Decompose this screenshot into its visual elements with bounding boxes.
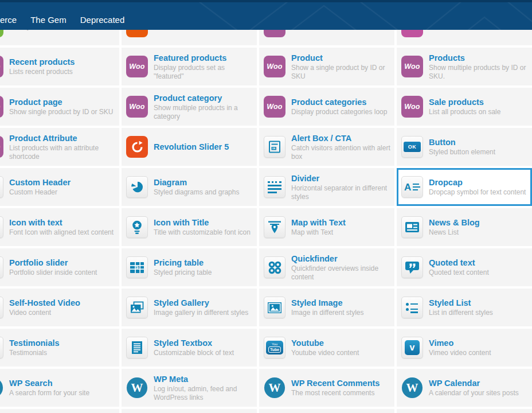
element-title: News & Blog [429, 217, 531, 228]
element-description: Lists recent products [9, 68, 118, 76]
element-description: Quoted text content [429, 268, 531, 277]
element-card-news-blog[interactable]: News & BlogNews List [397, 208, 532, 246]
news-blog-icon [401, 216, 423, 238]
element-description: A calendar of your sites posts [429, 389, 531, 398]
element-card-featured-products[interactable]: WooFeatured productsDisplay products set… [122, 48, 257, 85]
element-title: Styled List [429, 298, 531, 308]
element-title: Product [291, 53, 393, 63]
element-card-product-categories[interactable]: WooProduct categoriesDisplay product cat… [259, 88, 394, 126]
button-icon: OK [401, 136, 423, 158]
element-title: Product Attribute [9, 133, 118, 143]
svg-text:W: W [131, 381, 143, 395]
element-text: WP MetaLog in/out, admin, feed and WordP… [154, 374, 256, 402]
element-description: Customizable block of text [154, 349, 256, 357]
element-card-wp-search[interactable]: WWP SearchA search form for your site [0, 369, 119, 407]
element-text: WP CalendarA calendar of your sites post… [429, 378, 531, 398]
element-card-products[interactable]: WooProductsShow multiple products by ID … [397, 48, 532, 85]
element-card-recent-products[interactable]: WooRecent productsLists recent products [0, 48, 119, 85]
element-card-quoted-text[interactable]: Quoted textQuoted text content [397, 248, 532, 286]
element-text: ProductsShow multiple products by ID or … [429, 53, 531, 81]
element-description: Show a single product by ID or SKU [291, 64, 393, 81]
element-text: Featured productsDisplay products set as… [154, 53, 256, 81]
element-description: Title with customizable font icon [154, 228, 256, 237]
woocommerce-icon: Woo [126, 96, 148, 118]
svg-text:W: W [269, 381, 281, 395]
element-card-styled-list[interactable]: Styled ListList in different styles [397, 289, 532, 326]
element-description: Youtube video content [291, 349, 393, 357]
element-card-portfolio-slider[interactable]: Portfolio sliderPortfolio slider inside … [0, 248, 119, 286]
quickfinder-icon [264, 256, 285, 278]
element-card-pricing-table[interactable]: $Pricing tableStyled pricing table [122, 248, 257, 286]
element-card-product-page[interactable]: WooProduct pageShow single product by ID… [0, 88, 119, 126]
element-card-wp-recent-comments[interactable]: WWP Recent CommentsThe most recent comme… [259, 369, 394, 407]
element-card-product-category[interactable]: WooProduct categoryShow multiple product… [122, 88, 257, 126]
element-card-product[interactable]: WooProductShow a single product by ID or… [259, 48, 394, 85]
element-description: Styled button element [429, 148, 531, 157]
self-hosted-video-icon [0, 297, 3, 318]
woocommerce-icon: Woo [0, 56, 3, 77]
element-text: QuickfinderQuickfinder overviews inside … [291, 254, 393, 282]
element-card-alert-box-cta[interactable]: OKAlert Box / CTACatch visitors attentio… [259, 128, 394, 166]
element-title: Icon with text [9, 217, 118, 228]
element-text: Product categoriesDisplay product catego… [291, 97, 393, 116]
svg-text:W: W [406, 381, 418, 395]
header-top-strip [0, 0, 532, 2]
element-card-map-with-text[interactable]: Map with TextMap with Text [259, 208, 394, 246]
tab-erce[interactable]: erce [0, 15, 17, 25]
element-card-wp-calendar[interactable]: WWP CalendarA calendar of your sites pos… [397, 369, 532, 407]
element-card-testimonials[interactable]: TestimonialsTestimonials [0, 329, 119, 367]
element-card-wp-meta[interactable]: WWP MetaLog in/out, admin, feed and Word… [122, 369, 257, 407]
element-card-icon-with-title[interactable]: Icon with TitleTitle with customizable f… [122, 208, 257, 246]
woocommerce-icon: Woo [401, 96, 423, 118]
wordpress-icon: W [126, 377, 148, 399]
element-card-product-attribute[interactable]: WooProduct AttributeList products with a… [0, 128, 119, 166]
element-title: WP Calendar [429, 378, 531, 388]
element-title: Quickfinder [291, 254, 393, 264]
element-card-quickfinder[interactable]: QuickfinderQuickfinder overviews inside … [259, 248, 394, 286]
element-card-revolution-slider-5[interactable]: Revolution Slider 5 [122, 128, 257, 166]
element-card-divider[interactable]: DividerHorizontal separator in different… [259, 168, 394, 206]
tab-the-gem[interactable]: The Gem [30, 15, 66, 25]
element-title: Map with Text [291, 217, 393, 228]
element-description: Show single product by ID or SKU [9, 108, 118, 116]
element-text: Icon with textFont Icon with aligned tex… [9, 217, 118, 237]
element-title: Styled Image [291, 298, 393, 308]
element-description: Quickfinder overviews inside content [291, 264, 393, 282]
element-card-sale-products[interactable]: WooSale productsList all products on sal… [397, 88, 532, 126]
element-text: Alert Box / CTACatch visitors attention … [291, 133, 393, 161]
element-card-dropcap[interactable]: ADropcapDropcap symbol for text content [397, 168, 532, 206]
element-card-custom-header[interactable]: Custom HeaderCustom Header [0, 168, 119, 206]
element-text: YoutubeYoutube video content [291, 338, 393, 357]
element-card-styled-textbox[interactable]: Styled TextboxCustomizable block of text [122, 329, 257, 367]
element-description: List products with an attribute shortcod… [9, 144, 118, 161]
youtube-icon: YouTube [264, 337, 285, 359]
element-card-icon-with-text[interactable]: Icon with textFont Icon with aligned tex… [0, 208, 119, 246]
element-text: Revolution Slider 5 [154, 142, 256, 152]
element-description: Styled diagrams and graphs [154, 188, 256, 197]
element-text: Recent productsLists recent products [9, 57, 118, 76]
element-card-self-hosted-video[interactable]: Self-Hosted VideoVideo content [0, 289, 119, 326]
element-title: Styled Textbox [154, 338, 256, 348]
element-card-empty [397, 409, 532, 413]
element-title: Sale products [429, 97, 531, 107]
element-card-styled-gallery[interactable]: Styled GalleryImage gallery in different… [122, 289, 257, 326]
element-title: Dropcap [429, 177, 531, 188]
element-card-styled-image[interactable]: Styled ImageImage in different styles [259, 289, 394, 326]
divider-icon [264, 176, 285, 198]
element-title: Product page [9, 97, 118, 107]
element-title: Styled Gallery [154, 298, 256, 308]
element-card-youtube[interactable]: YouTubeYoutubeYoutube video content [259, 329, 394, 367]
element-description: Show multiple products by ID or SKU. [429, 64, 531, 81]
element-description: Image in different styles [291, 309, 393, 317]
element-text: DiagramStyled diagrams and graphs [154, 177, 256, 197]
element-card-button[interactable]: OKButtonStyled button element [397, 128, 532, 166]
svg-text:OK: OK [272, 147, 276, 150]
element-card-vimeo[interactable]: vVimeoVimeo video content [397, 329, 532, 367]
element-text: Product AttributeList products with an a… [9, 133, 118, 161]
tab-deprecated[interactable]: Deprecated [80, 15, 125, 25]
element-description: Portfolio slider inside content [9, 268, 118, 277]
element-card-diagram[interactable]: DiagramStyled diagrams and graphs [122, 168, 257, 206]
element-description: Font Icon with aligned text content [9, 228, 118, 237]
element-title: Recent products [9, 57, 118, 67]
element-description: A search form for your site [9, 389, 118, 398]
